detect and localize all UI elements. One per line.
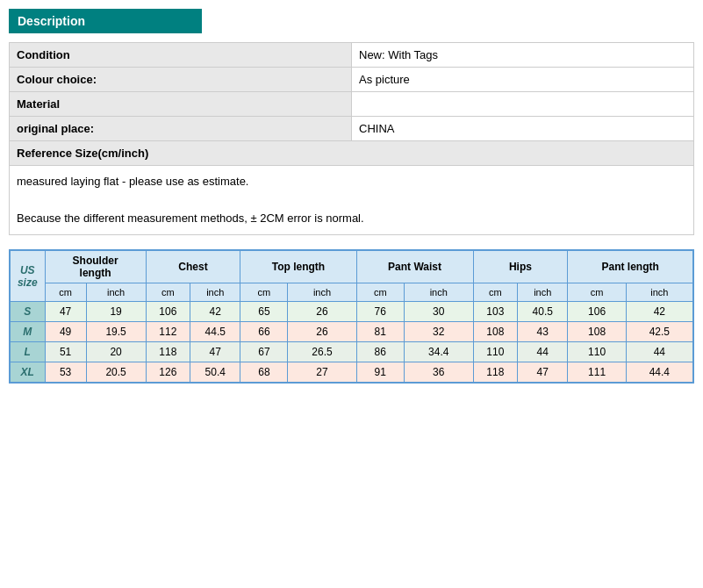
xl-pl-inch: 44.4 bbox=[626, 362, 693, 384]
s-ch-inch: 42 bbox=[190, 302, 240, 322]
pw-cm: cm bbox=[356, 283, 404, 302]
hips-header: Hips bbox=[473, 250, 568, 283]
hi-cm: cm bbox=[473, 283, 518, 302]
s-tl-inch: 26 bbox=[288, 302, 356, 322]
s-hi-cm: 103 bbox=[473, 302, 518, 322]
m-hi-cm: 108 bbox=[473, 322, 518, 342]
m-tl-inch: 26 bbox=[288, 322, 356, 342]
s-sh-cm: 47 bbox=[45, 302, 86, 322]
l-ch-inch: 47 bbox=[190, 342, 240, 362]
us-size-header: USsize bbox=[10, 250, 45, 302]
xl-hi-inch: 47 bbox=[518, 362, 568, 384]
m-pw-inch: 32 bbox=[404, 322, 473, 342]
l-tl-inch: 26.5 bbox=[288, 342, 356, 362]
xl-pw-cm: 91 bbox=[356, 362, 404, 384]
pant-length-header: Pant length bbox=[568, 250, 693, 283]
pl-cm: cm bbox=[568, 283, 626, 302]
size-label-xl: XL bbox=[10, 362, 45, 384]
measurement-note-row: measured laying flat - please use as est… bbox=[10, 166, 694, 235]
m-hi-inch: 43 bbox=[518, 322, 568, 342]
s-pl-cm: 106 bbox=[568, 302, 626, 322]
measurement-text-2: Because the different measurement method… bbox=[17, 212, 364, 225]
size-row-s: S 47 19 106 42 65 26 76 30 103 40.5 106 … bbox=[10, 302, 693, 322]
xl-ch-cm: 126 bbox=[146, 362, 190, 384]
m-ch-inch: 44.5 bbox=[190, 322, 240, 342]
xl-ch-inch: 50.4 bbox=[190, 362, 240, 384]
colour-label: Colour choice: bbox=[10, 68, 352, 92]
unit-header-row: cm inch cm inch cm inch cm inch cm inch … bbox=[10, 283, 693, 302]
m-ch-cm: 112 bbox=[146, 322, 190, 342]
s-sh-inch: 19 bbox=[86, 302, 146, 322]
l-sh-cm: 51 bbox=[45, 342, 86, 362]
colour-value: As picture bbox=[352, 68, 694, 92]
ref-size-label: Reference Size(cm/inch) bbox=[10, 141, 694, 166]
material-row: Material bbox=[10, 92, 694, 117]
l-pw-cm: 86 bbox=[356, 342, 404, 362]
s-pw-cm: 76 bbox=[356, 302, 404, 322]
chest-header: Chest bbox=[146, 250, 240, 283]
s-pl-inch: 42 bbox=[626, 302, 693, 322]
xl-tl-cm: 68 bbox=[240, 362, 288, 384]
tl-cm: cm bbox=[240, 283, 288, 302]
info-table: Condition New: With Tags Colour choice: … bbox=[9, 42, 694, 235]
size-label-s: S bbox=[10, 302, 45, 322]
m-sh-inch: 19.5 bbox=[86, 322, 146, 342]
m-pl-cm: 108 bbox=[568, 322, 626, 342]
condition-label: Condition bbox=[10, 43, 352, 68]
hi-inch: inch bbox=[518, 283, 568, 302]
l-tl-cm: 67 bbox=[240, 342, 288, 362]
pl-inch: inch bbox=[626, 283, 693, 302]
ch-inch: inch bbox=[190, 283, 240, 302]
m-tl-cm: 66 bbox=[240, 322, 288, 342]
size-row-xl: XL 53 20.5 126 50.4 68 27 91 36 118 47 1… bbox=[10, 362, 693, 384]
origin-row: original place: CHINA bbox=[10, 117, 694, 141]
l-pl-inch: 44 bbox=[626, 342, 693, 362]
l-hi-inch: 44 bbox=[518, 342, 568, 362]
m-pw-cm: 81 bbox=[356, 322, 404, 342]
material-label: Material bbox=[10, 92, 352, 117]
condition-value: New: With Tags bbox=[352, 43, 694, 68]
xl-sh-cm: 53 bbox=[45, 362, 86, 384]
description-header: Description bbox=[9, 9, 202, 33]
size-label-l: L bbox=[10, 342, 45, 362]
origin-value: CHINA bbox=[352, 117, 694, 141]
sh-inch: inch bbox=[86, 283, 146, 302]
xl-hi-cm: 118 bbox=[473, 362, 518, 384]
ref-size-row: Reference Size(cm/inch) bbox=[10, 141, 694, 166]
size-row-m: M 49 19.5 112 44.5 66 26 81 32 108 43 10… bbox=[10, 322, 693, 342]
m-sh-cm: 49 bbox=[45, 322, 86, 342]
size-row-l: L 51 20 118 47 67 26.5 86 34.4 110 44 11… bbox=[10, 342, 693, 362]
l-hi-cm: 110 bbox=[473, 342, 518, 362]
size-chart-table: USsize Shoulderlength Chest Top length P… bbox=[9, 249, 694, 384]
s-ch-cm: 106 bbox=[146, 302, 190, 322]
material-value bbox=[352, 92, 694, 117]
top-length-header: Top length bbox=[240, 250, 356, 283]
measurement-text-1: measured laying flat - please use as est… bbox=[17, 175, 248, 188]
colour-row: Colour choice: As picture bbox=[10, 68, 694, 92]
l-pl-cm: 110 bbox=[568, 342, 626, 362]
s-tl-cm: 65 bbox=[240, 302, 288, 322]
ch-cm: cm bbox=[146, 283, 190, 302]
m-pl-inch: 42.5 bbox=[626, 322, 693, 342]
measurement-note: measured laying flat - please use as est… bbox=[10, 166, 694, 235]
size-label-m: M bbox=[10, 322, 45, 342]
s-pw-inch: 30 bbox=[404, 302, 473, 322]
size-header-row: USsize Shoulderlength Chest Top length P… bbox=[10, 250, 693, 283]
origin-label: original place: bbox=[10, 117, 352, 141]
pant-waist-header: Pant Waist bbox=[356, 250, 473, 283]
shoulder-header: Shoulderlength bbox=[45, 250, 146, 283]
l-sh-inch: 20 bbox=[86, 342, 146, 362]
l-pw-inch: 34.4 bbox=[404, 342, 473, 362]
sh-cm: cm bbox=[45, 283, 86, 302]
l-ch-cm: 118 bbox=[146, 342, 190, 362]
condition-row: Condition New: With Tags bbox=[10, 43, 694, 68]
xl-tl-inch: 27 bbox=[288, 362, 356, 384]
s-hi-inch: 40.5 bbox=[518, 302, 568, 322]
xl-pl-cm: 111 bbox=[568, 362, 626, 384]
xl-pw-inch: 36 bbox=[404, 362, 473, 384]
tl-inch: inch bbox=[288, 283, 356, 302]
xl-sh-inch: 20.5 bbox=[86, 362, 146, 384]
pw-inch: inch bbox=[404, 283, 473, 302]
